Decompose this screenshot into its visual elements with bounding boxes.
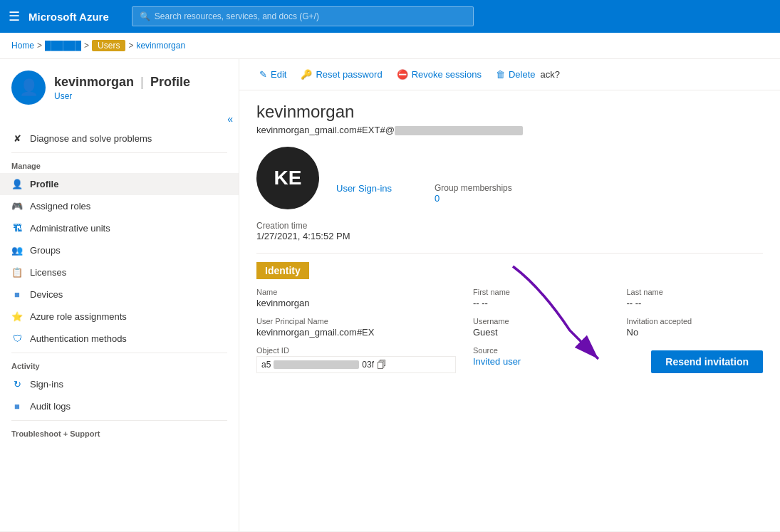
ack-label: ack? — [540, 69, 559, 80]
user-avatar-icon-glyph: 👤 — [19, 78, 38, 97]
sidebar-item-auth-methods-label: Authentication methods — [30, 333, 127, 344]
breadcrumb-tenant[interactable]: ██████ — [45, 41, 81, 51]
sidebar-item-diagnose[interactable]: ✘ Diagnose and solve problems — [0, 127, 239, 150]
profile-upn: kevinmorgan_gmail.com#EXT#@ — [256, 125, 763, 135]
profile-icon: 👤 — [11, 179, 23, 189]
sidebar-item-assigned-roles-label: Assigned roles — [30, 201, 90, 212]
breadcrumb: Home > ██████ > Users > kevinmorgan — [0, 33, 780, 59]
auth-methods-icon: 🛡 — [11, 333, 23, 344]
page-title: kevinmorgan | Profile — [54, 75, 190, 90]
group-memberships-label: Group memberships — [435, 183, 512, 193]
sidebar-item-audit-logs-label: Audit logs — [30, 401, 71, 412]
source-value[interactable]: Invited user — [473, 356, 610, 367]
user-sign-ins-link[interactable]: User Sign-ins — [336, 183, 392, 194]
sidebar-item-audit-logs[interactable]: ■ Audit logs — [0, 395, 239, 417]
resend-invitation-button[interactable]: Resend invitation — [651, 350, 763, 373]
creation-time-value: 1/27/2021, 4:15:52 PM — [256, 231, 763, 241]
manage-section-label: Manage — [0, 156, 239, 173]
sidebar-item-azure-roles[interactable]: ⭐ Azure role assignments — [0, 306, 239, 328]
object-id-label: Object ID — [256, 346, 456, 355]
roles-icon: 🎮 — [11, 201, 23, 212]
profile-row: KE User Sign-ins Group memberships 0 — [256, 147, 763, 209]
breadcrumb-current[interactable]: kevinmorgan — [136, 41, 185, 51]
admin-units-icon: 🏗 — [11, 223, 23, 234]
profile-avatar: KE — [256, 147, 319, 209]
edit-button[interactable]: ✎ Edit — [254, 66, 292, 83]
azure-roles-icon: ⭐ — [11, 311, 23, 322]
sidebar-item-licenses[interactable]: 📋 Licenses — [0, 261, 239, 283]
breadcrumb-home[interactable]: Home — [11, 41, 34, 51]
licenses-icon: 📋 — [11, 267, 23, 278]
sidebar-item-licenses-label: Licenses — [30, 267, 66, 278]
sidebar-item-profile[interactable]: 👤 Profile — [0, 173, 239, 195]
sidebar-item-groups-label: Groups — [30, 245, 61, 256]
troubleshoot-section-label: Troubleshoot + Support — [0, 424, 239, 441]
upn-prefix: kevinmorgan_gmail.com#EXT#@ — [256, 125, 395, 135]
stat-row: User Sign-ins Group memberships 0 — [336, 183, 763, 204]
revoke-sessions-button[interactable]: ⛔ Revoke sessions — [391, 66, 487, 83]
object-id-row: a5 03f 🗍 — [256, 356, 456, 373]
resend-field: Resend invitation — [627, 346, 764, 373]
copy-icon[interactable]: 🗍 — [377, 359, 387, 370]
object-id-box: a5 03f 🗍 — [256, 356, 456, 373]
object-id-field: Object ID a5 03f 🗍 — [256, 346, 456, 373]
sidebar-item-diagnose-label: Diagnose and solve problems — [30, 133, 152, 144]
search-icon: 🔍 — [140, 11, 150, 21]
breadcrumb-sep3: > — [128, 41, 133, 51]
breadcrumb-sep1: > — [37, 41, 42, 51]
toolbar: ✎ Edit 🔑 Reset password ⛔ Revoke session… — [239, 59, 780, 90]
profile-stats: User Sign-ins Group memberships 0 — [336, 147, 763, 209]
main-content: ✎ Edit 🔑 Reset password ⛔ Revoke session… — [239, 59, 780, 531]
sidebar: 👤 kevinmorgan | Profile User « ✘ Diagnos… — [0, 59, 239, 531]
top-navigation: ☰ Microsoft Azure 🔍 — [0, 0, 780, 33]
name-label: Name — [256, 288, 456, 296]
collapse-button-container: « — [0, 110, 239, 127]
group-memberships-value: 0 — [435, 193, 512, 204]
invitation-label: Invitation accepted — [627, 317, 764, 325]
sidebar-item-admin-units[interactable]: 🏗 Administrative units — [0, 217, 239, 239]
sidebar-divider-3 — [11, 420, 227, 421]
last-name-field: Last name -- -- — [627, 288, 764, 308]
sidebar-divider-2 — [11, 353, 227, 353]
sidebar-item-groups[interactable]: 👥 Groups — [0, 239, 239, 261]
breadcrumb-sep2: > — [84, 41, 89, 51]
collapse-button[interactable]: « — [227, 113, 233, 125]
wrench-icon: ✘ — [11, 133, 23, 144]
search-bar[interactable]: 🔍 — [132, 6, 474, 26]
object-id-suffix: 03f — [362, 360, 374, 370]
invitation-value: No — [627, 327, 764, 338]
user-header: 👤 kevinmorgan | Profile User — [0, 59, 239, 110]
first-name-label: First name — [473, 288, 610, 296]
name-value: kevinmorgan — [256, 298, 456, 308]
main-layout: 👤 kevinmorgan | Profile User « ✘ Diagnos… — [0, 59, 780, 531]
revoke-icon: ⛔ — [397, 69, 408, 80]
first-name-field: First name -- -- — [473, 288, 610, 308]
profile-username: kevinmorgan — [256, 102, 763, 122]
reset-password-button[interactable]: 🔑 Reset password — [295, 66, 388, 83]
user-type-value: Guest — [473, 327, 610, 338]
group-memberships-stat: Group memberships 0 — [435, 183, 512, 204]
audit-logs-icon: ■ — [11, 401, 23, 412]
identity-section: Identity Name — [256, 262, 763, 373]
identity-content: Name kevinmorgan First name -- -- Last n… — [256, 288, 763, 373]
groups-icon: 👥 — [11, 245, 23, 256]
profile-content: kevinmorgan kevinmorgan_gmail.com#EXT#@ … — [239, 90, 780, 390]
sidebar-item-assigned-roles[interactable]: 🎮 Assigned roles — [0, 195, 239, 217]
azure-logo: Microsoft Azure — [28, 11, 109, 23]
delete-button[interactable]: 🗑 Delete ack? — [490, 66, 566, 83]
sign-ins-icon: ↻ — [11, 379, 23, 390]
sidebar-item-devices[interactable]: ■ Devices — [0, 283, 239, 306]
search-input[interactable] — [155, 11, 466, 21]
sidebar-item-sign-ins[interactable]: ↻ Sign-ins — [0, 373, 239, 395]
activity-section-label: Activity — [0, 356, 239, 373]
source-field: Source Invited user — [473, 346, 610, 373]
identity-grid: Name kevinmorgan First name -- -- Last n… — [256, 288, 763, 373]
key-icon: 🔑 — [301, 69, 312, 80]
breadcrumb-users[interactable]: Users — [92, 40, 125, 51]
sidebar-item-devices-label: Devices — [30, 289, 63, 300]
hamburger-menu[interactable]: ☰ — [9, 9, 20, 24]
object-id-prefix: a5 — [261, 360, 271, 370]
upn-value: kevinmorgan_gmail.com#EX — [256, 327, 456, 338]
last-name-label: Last name — [627, 288, 764, 296]
sidebar-item-auth-methods[interactable]: 🛡 Authentication methods — [0, 328, 239, 350]
